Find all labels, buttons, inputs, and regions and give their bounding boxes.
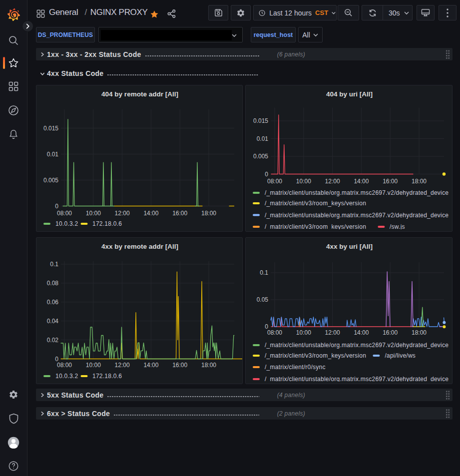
svg-text:/_matrix/client/v3/room_keys/v: /_matrix/client/v3/room_keys/version bbox=[265, 223, 366, 229]
svg-text:/_matrix/client/unstable/org.m: /_matrix/client/unstable/org.matrix.msc2… bbox=[265, 189, 449, 196]
svg-text:/_matrix/client/v3/room_keys/v: /_matrix/client/v3/room_keys/version bbox=[265, 352, 366, 359]
svg-text:12:00: 12:00 bbox=[325, 329, 340, 336]
svg-text:10.0.3.2: 10.0.3.2 bbox=[55, 220, 78, 227]
svg-text:08:00: 08:00 bbox=[57, 362, 72, 369]
svg-text:16:00: 16:00 bbox=[383, 329, 398, 336]
svg-text:18:00: 18:00 bbox=[412, 178, 427, 185]
svg-text:0.1: 0.1 bbox=[50, 261, 58, 268]
svg-text:14:00: 14:00 bbox=[143, 210, 158, 217]
svg-text:4xx by remote addr [All]: 4xx by remote addr [All] bbox=[101, 243, 178, 250]
svg-text:16:00: 16:00 bbox=[383, 178, 398, 185]
svg-text:08:00: 08:00 bbox=[57, 210, 72, 217]
svg-text:0.05: 0.05 bbox=[257, 296, 269, 303]
svg-text:16:00: 16:00 bbox=[172, 210, 187, 217]
svg-text:12:00: 12:00 bbox=[115, 210, 130, 217]
svg-text:14:00: 14:00 bbox=[354, 178, 369, 185]
svg-text:10:00: 10:00 bbox=[86, 362, 101, 369]
svg-text:16:00: 16:00 bbox=[172, 362, 187, 369]
svg-text:4xx by uri [All]: 4xx by uri [All] bbox=[326, 243, 373, 250]
svg-text:404 by uri [All]: 404 by uri [All] bbox=[326, 90, 373, 98]
svg-text:0.01: 0.01 bbox=[47, 151, 59, 158]
svg-text:12:00: 12:00 bbox=[325, 178, 340, 185]
svg-text:08:00: 08:00 bbox=[267, 329, 282, 336]
svg-text:0.01: 0.01 bbox=[257, 135, 269, 142]
svg-text:14:00: 14:00 bbox=[354, 329, 369, 336]
svg-text:0.08: 0.08 bbox=[47, 280, 59, 287]
svg-text:0.005: 0.005 bbox=[253, 153, 268, 160]
svg-text:10.0.3.2: 10.0.3.2 bbox=[55, 373, 78, 380]
svg-text:/_matrix/client/unstable/org.m: /_matrix/client/unstable/org.matrix.msc2… bbox=[265, 212, 449, 219]
svg-text:/_matrix/client/r0/sync: /_matrix/client/r0/sync bbox=[265, 364, 326, 371]
svg-text:0.04: 0.04 bbox=[47, 318, 59, 325]
svg-text:0.015: 0.015 bbox=[253, 117, 268, 124]
svg-text:172.18.0.6: 172.18.0.6 bbox=[92, 373, 122, 380]
svg-text:0.1: 0.1 bbox=[260, 269, 268, 276]
svg-text:/api/live/ws: /api/live/ws bbox=[385, 352, 416, 359]
svg-text:/_matrix/client/v3/room_keys/v: /_matrix/client/v3/room_keys/version bbox=[265, 200, 366, 207]
svg-text:0: 0 bbox=[265, 171, 268, 178]
svg-text:14:00: 14:00 bbox=[143, 362, 158, 369]
svg-text:172.18.0.6: 172.18.0.6 bbox=[92, 220, 122, 227]
svg-text:0.06: 0.06 bbox=[47, 299, 59, 306]
svg-text:18:00: 18:00 bbox=[201, 362, 216, 369]
svg-text:/_matrix/client/unstable/org.m: /_matrix/client/unstable/org.matrix.msc2… bbox=[265, 376, 449, 382]
svg-text:/_matrix/client/unstable/org.m: /_matrix/client/unstable/org.matrix.msc2… bbox=[265, 342, 449, 349]
svg-text:10:00: 10:00 bbox=[296, 178, 311, 185]
svg-text:0: 0 bbox=[55, 203, 58, 210]
svg-text:404 by remote addr [All]: 404 by remote addr [All] bbox=[101, 90, 178, 98]
svg-text:10:00: 10:00 bbox=[296, 329, 311, 336]
svg-text:0.02: 0.02 bbox=[47, 337, 59, 344]
svg-text:0.005: 0.005 bbox=[43, 177, 58, 184]
svg-text:0.015: 0.015 bbox=[43, 125, 58, 132]
svg-text:18:00: 18:00 bbox=[201, 210, 216, 217]
svg-text:/sw.js: /sw.js bbox=[390, 223, 405, 229]
svg-text:10:00: 10:00 bbox=[86, 210, 101, 217]
svg-text:08:00: 08:00 bbox=[267, 178, 282, 185]
svg-text:18:00: 18:00 bbox=[412, 329, 427, 336]
svg-text:12:00: 12:00 bbox=[115, 362, 130, 369]
